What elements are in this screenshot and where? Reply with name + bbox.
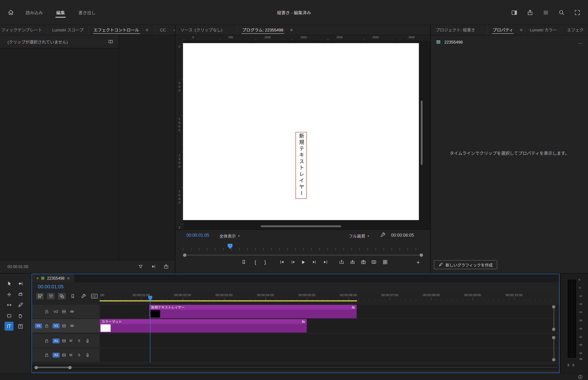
tab-lumetri-color[interactable]: Lumetri カラー (524, 25, 562, 35)
mode-tab-import[interactable]: 読み込み (25, 8, 43, 17)
timeline-settings-button[interactable] (79, 292, 88, 300)
track-output-eye-icon[interactable] (69, 309, 75, 314)
track-lane-v2[interactable]: 新規テキストレイヤー fx (100, 305, 559, 318)
vertical-type-tool-button[interactable] (4, 322, 13, 331)
timeline-ruler[interactable]: :00:0000:00:01:0000:00:02:0000:00:03:000… (100, 292, 553, 300)
tab-graphic-templates[interactable]: フィックテンプレート (0, 25, 47, 35)
track-lane-v1[interactable]: カラーマット fx (100, 319, 559, 333)
new-graphic-button[interactable]: 新しいグラフィックを作成 (434, 260, 497, 269)
program-panel-menu-icon[interactable]: ≡ (288, 27, 295, 33)
panel-menu-icon[interactable]: ≡ (144, 27, 150, 33)
extract-button[interactable] (348, 258, 357, 266)
fx-badge[interactable]: fx (352, 305, 355, 309)
canvas-vertical-scrollbar[interactable] (421, 100, 423, 165)
mute-button-a1[interactable]: M (68, 339, 74, 342)
sync-lock-icon[interactable] (61, 338, 66, 343)
text-layer-bounding-box[interactable]: 新規テキストレイヤー (295, 132, 307, 199)
close-icon[interactable]: × (37, 276, 39, 280)
comparison-view-button[interactable] (369, 258, 379, 266)
quick-export-button[interactable] (527, 9, 533, 16)
solo-left-button[interactable]: S (568, 364, 569, 367)
source-patch-v1[interactable]: V1 (35, 323, 42, 328)
tab-project[interactable]: プロジェクト: 縦書き (431, 25, 480, 35)
info-button[interactable] (578, 374, 583, 379)
sequence-tab[interactable]: × 22355498 ≡ (32, 274, 74, 282)
program-current-timecode[interactable]: 00:00:01:05 (186, 233, 209, 237)
track-select-tool-button[interactable] (16, 279, 25, 288)
track-lock-icon[interactable] (44, 309, 49, 314)
export-keyframes-button[interactable] (164, 264, 169, 269)
voiceover-mic-icon[interactable] (85, 353, 90, 358)
solo-button-a2[interactable]: S (76, 353, 82, 357)
track-name-v2[interactable]: V2 (54, 309, 58, 313)
track-lock-icon[interactable] (44, 353, 49, 358)
video-scroll-handle-bottom[interactable] (552, 328, 555, 331)
solo-button-a1[interactable]: S (76, 339, 82, 342)
tab-program-monitor[interactable]: プログラム: 22355498 (237, 25, 288, 35)
clip-new-text-layer[interactable]: 新規テキストレイヤー fx (149, 305, 357, 318)
zoom-handle-left[interactable] (35, 366, 38, 369)
program-mini-timeline[interactable] (183, 243, 423, 250)
tab-properties[interactable]: プロパティ (488, 25, 518, 35)
rectangle-tool-button[interactable] (4, 311, 13, 320)
tab-effects[interactable]: エフェク (562, 25, 588, 35)
go-to-in-button[interactable] (278, 258, 286, 266)
zoom-handle-right[interactable] (419, 253, 423, 257)
play-button[interactable] (298, 258, 307, 266)
hand-tool-button[interactable] (16, 311, 25, 320)
pen-tool-button[interactable] (16, 300, 25, 309)
lift-button[interactable] (337, 258, 346, 266)
zoom-handle-left[interactable] (183, 253, 187, 257)
properties-panel-menu-icon[interactable]: ≡ (518, 27, 525, 33)
track-target-a2[interactable]: A2 (53, 353, 60, 357)
voiceover-mic-icon[interactable] (85, 338, 90, 343)
clip-color-matte[interactable]: カラーマット fx (100, 319, 307, 333)
canvas-horizontal-scrollbar[interactable] (261, 225, 341, 227)
nest-source-button[interactable] (36, 292, 44, 300)
track-lane-a1[interactable] (100, 334, 559, 347)
mark-in-button[interactable]: { (251, 258, 260, 266)
program-canvas[interactable]: 新規テキストレイヤー (183, 43, 419, 220)
program-zoom-scrollbar[interactable] (183, 253, 423, 257)
sync-lock-icon[interactable] (61, 309, 66, 314)
fx-badge[interactable]: fx (302, 320, 305, 323)
razor-tool-button[interactable] (16, 290, 25, 299)
step-forward-button[interactable] (310, 258, 319, 266)
add-marker-button[interactable] (239, 258, 248, 266)
go-to-out-button[interactable] (321, 258, 330, 266)
timeline-horizontal-scrollbar[interactable] (32, 364, 559, 370)
workspaces-button[interactable] (511, 9, 517, 16)
type-tool-button[interactable] (16, 322, 25, 331)
solo-right-button[interactable]: S (572, 364, 574, 367)
audio-scroll-handle-top[interactable] (552, 336, 555, 339)
tab-cc[interactable]: CC (155, 25, 171, 35)
captions-options-button[interactable]: CC (90, 292, 99, 300)
button-editor-button[interactable]: + (414, 258, 423, 266)
selection-tool-button[interactable] (4, 279, 13, 288)
track-lock-icon[interactable] (44, 338, 49, 343)
audio-scroll-handle-bottom[interactable] (552, 358, 555, 361)
timeline-current-timecode[interactable]: 00:00:01:05 (38, 284, 64, 289)
slip-tool-button[interactable] (4, 300, 13, 309)
video-scroll-handle-top[interactable] (552, 305, 555, 308)
fullscreen-button[interactable] (574, 9, 580, 16)
sync-lock-icon[interactable] (61, 323, 66, 328)
app-menu-button[interactable] (543, 9, 549, 16)
tab-effect-controls[interactable]: エフェクトコントロール (88, 25, 144, 35)
filter-effects-button[interactable] (138, 264, 143, 269)
more-panels-icon[interactable]: » (171, 27, 175, 33)
ec-layout-toggle-button[interactable] (108, 39, 113, 44)
search-button[interactable] (558, 9, 565, 16)
zoom-handle-right[interactable] (68, 366, 72, 369)
multi-camera-button[interactable] (380, 258, 390, 266)
mode-tab-export[interactable]: 書き出し (77, 8, 96, 17)
home-button[interactable] (7, 9, 14, 16)
track-output-eye-icon[interactable] (69, 323, 75, 328)
export-frame-button[interactable] (359, 258, 368, 266)
mark-out-button[interactable]: } (261, 258, 270, 266)
playback-quality-dropdown[interactable]: フル画質 ▾ (349, 233, 369, 239)
track-lock-icon[interactable] (44, 323, 49, 328)
linked-selection-button[interactable] (57, 292, 66, 300)
track-target-v1[interactable]: V1 (53, 323, 60, 328)
overflow-menu-icon[interactable]: … (578, 39, 583, 45)
